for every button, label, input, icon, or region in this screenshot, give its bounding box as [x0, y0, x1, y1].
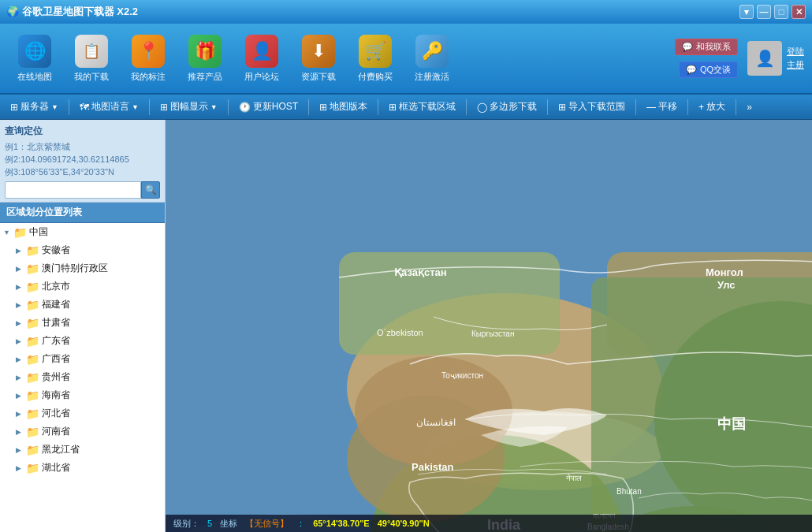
tree-item-anhui[interactable]: ▶ 📁 安徽省	[0, 241, 165, 259]
tree-item-guangdong[interactable]: ▶ 📁 广东省	[0, 332, 165, 350]
contact-btn[interactable]: 💬 和我联系	[675, 39, 738, 55]
folder-china: 📁	[13, 226, 27, 239]
label-guangxi: 广西省	[42, 352, 70, 366]
sep7	[547, 99, 548, 115]
avatar: 👤	[747, 41, 782, 76]
menu-poly-dl[interactable]: ◯ 多边形下载	[470, 97, 544, 117]
map-lang-arrow: ▼	[132, 103, 139, 111]
qq-btn[interactable]: 💬 QQ交谈	[679, 61, 738, 78]
label-henan: 河南省	[42, 425, 70, 438]
close-btn[interactable]: ✕	[792, 5, 806, 19]
menu-map-version[interactable]: ⊞ 地图版本	[312, 97, 374, 117]
level-value: 5	[207, 519, 212, 528]
coord-y: 49°40'9.90"N	[378, 519, 430, 528]
titlebar: 🌍 谷歌卫星地图下载器 X2.2 ▾ — □ ✕	[0, 0, 812, 24]
tree-item-fujian[interactable]: ▶ 📁 福建省	[0, 296, 165, 314]
display-grid-icon: ⊞	[160, 102, 168, 113]
menu-select-area[interactable]: ⊞ 框选下载区域	[382, 97, 463, 117]
map-version-icon: ⊞	[319, 102, 327, 113]
sidebar: 查询定位 例1：北京紫禁城 例2:104.09691724,30.6211486…	[0, 120, 166, 532]
arrow-china: ▼	[3, 229, 11, 236]
buy-label: 付费购买	[358, 71, 393, 83]
maximize-btn[interactable]: □	[774, 5, 788, 19]
folder-hubei: 📁	[26, 462, 39, 474]
tree-item-hebei[interactable]: ▶ 📁 河北省	[0, 404, 165, 422]
map-lang-label: 地图语言	[91, 100, 129, 113]
arrow-hainan: ▶	[16, 392, 24, 400]
svg-text:Қазақстан: Қазақстан	[394, 266, 447, 278]
label-heilongjiang: 黑龙江省	[42, 443, 80, 456]
display-label: 图幅显示	[170, 100, 208, 113]
my-mark-label: 我的标注	[131, 71, 166, 83]
contact-label: 和我联系	[696, 41, 731, 53]
minimize-btn[interactable]: —	[757, 5, 771, 19]
example3[interactable]: 例3:108°56'33"E,34°20'33"N	[5, 166, 160, 178]
label-beijing: 北京市	[42, 280, 70, 293]
example2[interactable]: 例2:104.09691724,30.62114865	[5, 154, 160, 166]
label-gansu: 甘肃省	[42, 316, 70, 329]
toolbar-my-download[interactable]: 📋 我的下载	[65, 28, 118, 88]
region-tree: ▼ 📁 中国 ▶ 📁 安徽省 ▶ 📁 澳门特别行政区 ▶ 📁 北	[0, 223, 165, 532]
tree-item-china[interactable]: ▼ 📁 中国	[0, 223, 165, 241]
menu-map-lang[interactable]: 🗺 地图语言 ▼	[73, 97, 146, 117]
tree-item-guangxi[interactable]: ▶ 📁 广西省	[0, 350, 165, 368]
toolbar-buy[interactable]: 🛒 付费购买	[348, 28, 402, 88]
search-panel: 查询定位 例1：北京紫禁城 例2:104.09691724,30.6211486…	[0, 120, 165, 203]
online-map-label: 在线地图	[17, 71, 52, 83]
menu-zoomin[interactable]: + 放大	[691, 97, 732, 117]
svg-text:Улс: Улс	[717, 279, 736, 291]
tree-item-macao[interactable]: ▶ 📁 澳门特别行政区	[0, 259, 165, 277]
menu-move[interactable]: — 平移	[639, 97, 684, 117]
folder-macao: 📁	[26, 262, 39, 275]
tree-item-heilongjiang[interactable]: ▶ 📁 黑龙江省	[0, 441, 165, 459]
toolbar-resource[interactable]: ⬇ 资源下载	[292, 28, 345, 88]
tree-item-gansu[interactable]: ▶ 📁 甘肃省	[0, 314, 165, 332]
tree-item-henan[interactable]: ▶ 📁 河南省	[0, 422, 165, 441]
toolbar-online-map[interactable]: 🌐 在线地图	[8, 28, 61, 88]
server-arrow: ▼	[51, 103, 58, 111]
coord-x: 65°14'38.70"E	[313, 519, 370, 528]
arrow-henan: ▶	[16, 428, 24, 436]
tree-item-guizhou[interactable]: ▶ 📁 贵州省	[0, 368, 165, 386]
move-label: 平移	[658, 100, 677, 113]
search-btn[interactable]: 🔍	[141, 181, 160, 199]
sep6	[466, 99, 467, 115]
tree-item-beijing[interactable]: ▶ 📁 北京市	[0, 277, 165, 296]
login-area: 👤 登陆 主册	[747, 41, 804, 76]
label-guangdong: 广东省	[42, 334, 70, 348]
arrow-anhui: ▶	[16, 247, 24, 255]
menu-display[interactable]: ⊞ 图幅显示 ▼	[153, 97, 225, 117]
arrow-guangdong: ▶	[16, 337, 24, 345]
tree-item-hainan[interactable]: ▶ 📁 海南省	[0, 386, 165, 404]
server-grid-icon: ⊞	[10, 102, 18, 113]
search-input[interactable]	[5, 181, 141, 199]
forum-icon: 👤	[245, 35, 278, 68]
toolbar-forum[interactable]: 👤 用户论坛	[235, 28, 289, 88]
forum-label: 用户论坛	[244, 71, 279, 83]
toolbar-recommend[interactable]: 🎁 推荐产品	[178, 28, 232, 88]
login-link[interactable]: 登陆	[787, 46, 804, 58]
menu-more[interactable]: »	[739, 99, 759, 116]
svg-text:नेपाल: नेपाल	[565, 474, 582, 482]
map-area[interactable]: Қазақстан Монгол Улс O`zbekiston Кыргызс…	[166, 120, 812, 532]
sep9	[687, 99, 688, 115]
folder-guangdong: 📁	[26, 335, 39, 348]
register-link[interactable]: 主册	[787, 59, 804, 71]
label-anhui: 安徽省	[42, 244, 70, 257]
menu-server[interactable]: ⊞ 服务器 ▼	[3, 97, 65, 117]
menu-import[interactable]: ⊞ 导入下载范围	[551, 97, 632, 117]
menu-update-host[interactable]: 🕐 更新HOST	[232, 97, 305, 117]
folder-hebei: 📁	[26, 407, 39, 420]
sep4	[308, 99, 309, 115]
svg-text:Bhutan: Bhutan	[616, 487, 642, 496]
my-download-label: 我的下载	[74, 71, 109, 83]
resource-icon: ⬇	[302, 35, 335, 68]
menu-btn[interactable]: ▾	[739, 5, 754, 19]
toolbar-my-mark[interactable]: 📍 我的标注	[121, 28, 175, 88]
move-icon: —	[646, 102, 656, 113]
register-icon: 🔑	[415, 35, 449, 68]
sep5	[378, 99, 378, 115]
toolbar-register[interactable]: 🔑 注册激活	[405, 28, 459, 88]
example1[interactable]: 例1：北京紫禁城	[5, 141, 160, 153]
tree-item-hubei[interactable]: ▶ 📁 湖北省	[0, 459, 165, 477]
